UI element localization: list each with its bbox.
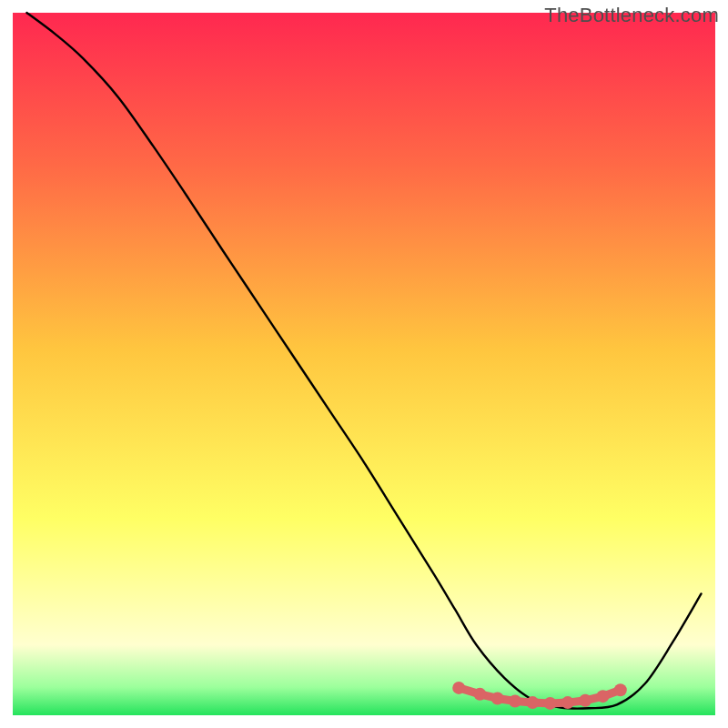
- chart-stage: TheBottleneck.com: [0, 0, 728, 728]
- bottleneck-chart: [0, 0, 728, 728]
- marker-dot: [509, 695, 521, 708]
- marker-dot: [614, 683, 627, 696]
- gradient-background: [13, 13, 715, 715]
- marker-dot: [526, 696, 539, 709]
- marker-dot: [561, 696, 574, 709]
- marker-dot: [544, 697, 557, 710]
- marker-dot: [452, 682, 465, 694]
- marker-dot: [473, 688, 486, 701]
- marker-dot: [579, 694, 592, 707]
- marker-dot: [491, 692, 504, 704]
- watermark-label: TheBottleneck.com: [544, 4, 719, 27]
- marker-dot: [596, 690, 609, 703]
